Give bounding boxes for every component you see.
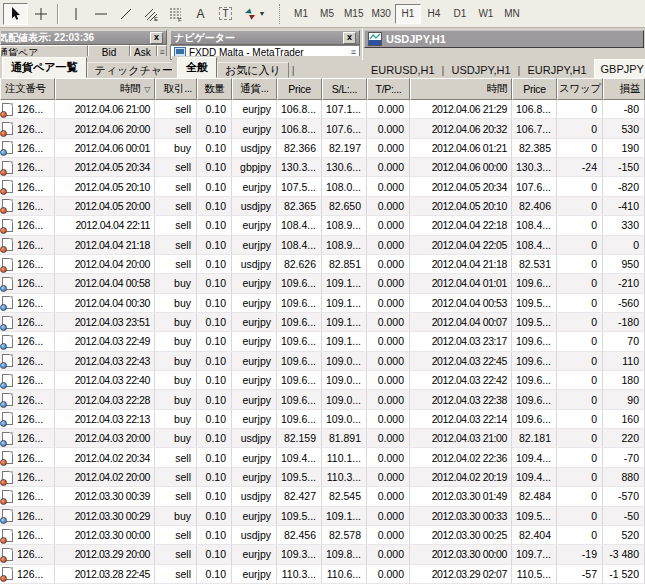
cell-close-time: 2012.04.06 21:29 bbox=[410, 100, 512, 118]
timeframe-m5[interactable]: M5 bbox=[314, 4, 340, 24]
cell-order: 126... bbox=[0, 448, 55, 466]
close-icon[interactable]: x bbox=[343, 32, 356, 44]
table-row[interactable]: 126...2012.04.04 22:11sell0.10eurjpy108.… bbox=[0, 216, 645, 235]
cell-close-price: 108.4... bbox=[512, 236, 557, 254]
cell-tp: 0.000 bbox=[367, 526, 410, 544]
market-watch-tabs: 通貨ペア一覧 ティックチャート | bbox=[0, 56, 170, 78]
navigator-titlebar[interactable]: ナビゲーター x bbox=[170, 30, 360, 45]
cell-open-price: 82.365 bbox=[277, 197, 322, 215]
col-swap[interactable]: スワップ bbox=[557, 78, 603, 100]
col-order[interactable]: 注文番号 bbox=[0, 78, 55, 100]
table-row[interactable]: 126...2012.04.06 00:01buy0.10usdjpy82.36… bbox=[0, 139, 645, 158]
table-row[interactable]: 126...2012.04.05 20:00sell0.10usdjpy82.3… bbox=[0, 197, 645, 216]
cell-volume: 0.10 bbox=[197, 294, 232, 312]
col-close-price[interactable]: Price bbox=[512, 78, 557, 100]
timeframe-m15[interactable]: M15 bbox=[340, 4, 367, 24]
cell-profit: 90 bbox=[603, 390, 645, 408]
cell-sl: 108.0... bbox=[322, 177, 367, 195]
table-row[interactable]: 126...2012.04.04 21:18sell0.10eurjpy108.… bbox=[0, 236, 645, 255]
cell-symbol: eurjpy bbox=[232, 119, 277, 137]
col-tp[interactable]: T/P:... bbox=[367, 78, 410, 100]
arrows-tool-button[interactable]: ▼ bbox=[238, 3, 269, 25]
timeframe-mn[interactable]: MN bbox=[499, 4, 525, 24]
table-row[interactable]: 126...2012.04.03 22:49buy0.10eurjpy109.6… bbox=[0, 332, 645, 351]
vertical-line-tool-button[interactable] bbox=[63, 3, 88, 25]
table-row[interactable]: 126...2012.04.04 00:30buy0.10eurjpy109.6… bbox=[0, 294, 645, 313]
text-label-tool-button[interactable]: T bbox=[213, 3, 238, 25]
toolbar-grip[interactable] bbox=[279, 4, 283, 24]
table-row[interactable]: 126...2012.04.04 00:58buy0.10eurjpy109.6… bbox=[0, 274, 645, 293]
text-tool-button[interactable]: A bbox=[188, 3, 213, 25]
chart-titlebar[interactable]: USDJPY,H1 bbox=[364, 30, 644, 48]
table-row[interactable]: 126...2012.04.03 23:51buy0.10eurjpy109.6… bbox=[0, 313, 645, 332]
crosshair-tool-button[interactable] bbox=[28, 3, 53, 25]
cell-open-price: 130.3... bbox=[277, 158, 322, 176]
table-row[interactable]: 126...2012.03.28 22:45sell0.10eurjpy110.… bbox=[0, 565, 645, 584]
cell-open-price: 82.456 bbox=[277, 526, 322, 544]
cell-volume: 0.10 bbox=[197, 197, 232, 215]
tab-common[interactable]: 全般 bbox=[177, 57, 217, 78]
table-row[interactable]: 126...2012.04.02 20:34sell0.10eurjpy109.… bbox=[0, 448, 645, 467]
cell-swap: 0 bbox=[557, 352, 603, 370]
table-row[interactable]: 126...2012.04.03 20:00buy0.10usdjpy82.15… bbox=[0, 429, 645, 448]
cell-order: 126... bbox=[0, 294, 55, 312]
table-row[interactable]: 126...2012.04.06 20:00sell0.10eurjpy106.… bbox=[0, 119, 645, 138]
cell-symbol: usdjpy bbox=[232, 255, 277, 273]
cursor-tool-button[interactable] bbox=[3, 3, 28, 25]
tab-gbpjpy[interactable]: GBPJPY bbox=[594, 59, 645, 78]
col-open-time[interactable]: 時間 ▽ bbox=[55, 78, 155, 100]
col-symbol[interactable]: 通貨... bbox=[232, 78, 277, 100]
cell-type: sell bbox=[155, 100, 197, 118]
table-row[interactable]: 126...2012.03.30 00:39sell0.10usdjpy82.4… bbox=[0, 487, 645, 506]
cell-tp: 0.000 bbox=[367, 100, 410, 118]
trendline-tool-button[interactable] bbox=[113, 3, 138, 25]
market-watch-titlebar[interactable]: 気配値表示: 22:03:36 x bbox=[0, 30, 167, 45]
tab-symbols-list[interactable]: 通貨ペア一覧 bbox=[2, 57, 87, 78]
navigator-tabs: 全般 お気に入り | bbox=[172, 56, 360, 78]
table-row[interactable]: 126...2012.04.04 20:00sell0.10usdjpy82.6… bbox=[0, 255, 645, 274]
col-volume[interactable]: 数量 bbox=[197, 78, 232, 100]
table-row[interactable]: 126...2012.03.29 20:00sell0.10eurjpy109.… bbox=[0, 545, 645, 564]
arrows-icon bbox=[242, 6, 258, 22]
table-row[interactable]: 126...2012.04.03 22:13buy0.10eurjpy109.6… bbox=[0, 410, 645, 429]
col-profit[interactable]: 損益 bbox=[603, 78, 645, 100]
timeframe-m30[interactable]: M30 bbox=[367, 4, 394, 24]
timeframe-h1[interactable]: H1 bbox=[395, 4, 421, 24]
timeframe-d1[interactable]: D1 bbox=[447, 4, 473, 24]
table-row[interactable]: 126...2012.04.06 21:00sell0.10eurjpy106.… bbox=[0, 100, 645, 119]
col-type[interactable]: 取引... bbox=[155, 78, 197, 100]
table-row[interactable]: 126...2012.04.05 20:10sell0.10eurjpy107.… bbox=[0, 177, 645, 196]
tab-usdjpy-h1[interactable]: USDJPY,H1 bbox=[444, 64, 517, 78]
order-number: 126... bbox=[17, 374, 43, 386]
cell-sl: 110.6... bbox=[322, 565, 367, 583]
col-close-time[interactable]: 時間 bbox=[410, 78, 512, 100]
table-row[interactable]: 126...2012.04.02 20:00sell0.10eurjpy109.… bbox=[0, 468, 645, 487]
close-icon[interactable]: x bbox=[150, 32, 163, 44]
buy-order-icon bbox=[2, 141, 13, 154]
cell-close-time: 2012.04.03 22:42 bbox=[410, 371, 512, 389]
table-row[interactable]: 126...2012.04.05 20:34sell0.10gbpjpy130.… bbox=[0, 158, 645, 177]
horizontal-line-tool-button[interactable] bbox=[88, 3, 113, 25]
equidistant-channel-tool-button[interactable]: E bbox=[138, 3, 163, 25]
fibonacci-tool-button[interactable]: F bbox=[163, 3, 188, 25]
order-type-dot bbox=[0, 479, 7, 486]
table-row[interactable]: 126...2012.04.03 22:28buy0.10eurjpy109.6… bbox=[0, 390, 645, 409]
cell-tp: 0.000 bbox=[367, 158, 410, 176]
table-row[interactable]: 126...2012.04.03 22:40buy0.10eurjpy109.6… bbox=[0, 371, 645, 390]
tab-eurjpy-h1[interactable]: EURJPY,H1 bbox=[520, 64, 593, 78]
sort-desc-icon: ▽ bbox=[144, 85, 150, 94]
timeframe-m1[interactable]: M1 bbox=[288, 4, 314, 24]
tab-favorites[interactable]: お気に入り bbox=[217, 62, 289, 78]
table-row[interactable]: 126...2012.03.30 00:29buy0.10eurjpy109.5… bbox=[0, 507, 645, 526]
cell-sl: 109.1... bbox=[322, 294, 367, 312]
col-open-price[interactable]: Price bbox=[277, 78, 322, 100]
timeframe-w1[interactable]: W1 bbox=[473, 4, 499, 24]
cell-open-time: 2012.04.03 22:13 bbox=[55, 410, 155, 428]
cell-profit: 180 bbox=[603, 371, 645, 389]
table-row[interactable]: 126...2012.04.03 22:43buy0.10eurjpy109.6… bbox=[0, 352, 645, 371]
col-sl[interactable]: S/L:... bbox=[322, 78, 367, 100]
table-row[interactable]: 126...2012.03.30 00:00sell0.10usdjpy82.4… bbox=[0, 526, 645, 545]
cursor-icon bbox=[8, 6, 24, 22]
timeframe-h4[interactable]: H4 bbox=[421, 4, 447, 24]
tab-eurusd-h1[interactable]: EURUSD,H1 bbox=[364, 64, 442, 78]
